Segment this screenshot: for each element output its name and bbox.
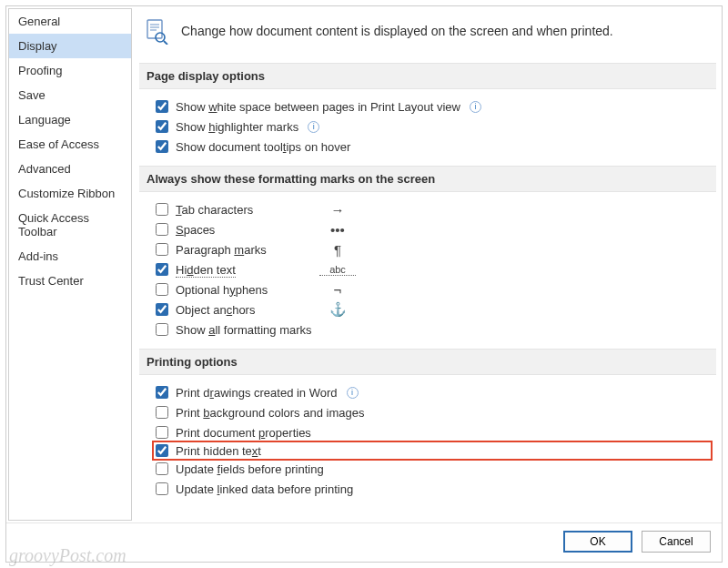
opt-print-hidden-text: Print hidden text: [152, 441, 713, 461]
sidebar-item-quick-access-toolbar[interactable]: Quick Access Toolbar: [9, 206, 131, 244]
opt-print-background: Print background colors and images: [156, 402, 709, 422]
opt-spaces-label: Spaces: [176, 223, 312, 237]
svg-point-4: [156, 33, 165, 42]
ok-button[interactable]: OK: [563, 531, 632, 553]
opt-print-properties-checkbox[interactable]: [156, 426, 168, 439]
content-panel: Change how document content is displayed…: [134, 6, 722, 522]
opt-tab-chars-checkbox[interactable]: [156, 203, 168, 216]
svg-line-5: [164, 41, 167, 45]
opt-tooltips-label: Show document tooltips on hover: [176, 140, 350, 154]
opt-hidden-text: Hidden textabc: [156, 259, 709, 279]
opt-update-fields-label: Update fields before printing: [176, 462, 324, 476]
info-icon[interactable]: i: [470, 101, 481, 113]
opt-update-fields: Update fields before printing: [156, 459, 709, 479]
info-icon[interactable]: i: [347, 387, 359, 399]
sidebar-item-advanced[interactable]: Advanced: [9, 157, 131, 181]
opt-optional-hyphens: Optional hyphens¬: [156, 279, 709, 299]
opt-object-anchors-checkbox[interactable]: [156, 303, 168, 316]
opt-paragraph-marks-checkbox[interactable]: [156, 243, 168, 256]
opt-print-properties-label: Print document properties: [176, 426, 311, 440]
cancel-button[interactable]: Cancel: [642, 531, 711, 553]
opt-show-all-marks: Show all formatting marks: [156, 320, 709, 340]
section-printing-title: Printing options: [139, 349, 716, 375]
opt-white-space-label: Show white space between pages in Print …: [176, 100, 460, 114]
info-icon[interactable]: i: [308, 121, 319, 133]
opt-highlighter: Show highlighter marksi: [156, 117, 709, 137]
sidebar-item-general[interactable]: General: [9, 9, 131, 34]
opt-spaces-checkbox[interactable]: [156, 223, 168, 236]
header-text: Change how document content is displayed…: [181, 24, 613, 38]
opt-tooltips-checkbox[interactable]: [156, 140, 168, 153]
opt-print-background-checkbox[interactable]: [156, 406, 168, 419]
opt-hidden-text-checkbox[interactable]: [156, 263, 168, 276]
sidebar-item-trust-center[interactable]: Trust Center: [9, 269, 131, 293]
opt-highlighter-checkbox[interactable]: [156, 120, 168, 133]
opt-white-space: Show white space between pages in Print …: [156, 96, 709, 117]
sidebar-item-language[interactable]: Language: [9, 107, 131, 132]
sidebar-item-customize-ribbon[interactable]: Customize Ribbon: [9, 181, 131, 206]
opt-paragraph-marks: Paragraph marks¶: [156, 239, 709, 259]
section-formatting-marks-title: Always show these formatting marks on th…: [139, 166, 716, 192]
opt-spaces: Spaces•••: [156, 219, 709, 239]
opt-white-space-checkbox[interactable]: [156, 100, 168, 113]
opt-tab-chars-label: Tab characters: [176, 203, 312, 217]
display-options-icon: [143, 17, 170, 45]
sidebar-item-display[interactable]: Display: [9, 34, 131, 58]
sidebar-item-save[interactable]: Save: [9, 83, 131, 107]
sidebar: GeneralDisplayProofingSaveLanguageEase o…: [8, 8, 132, 521]
opt-print-drawings-checkbox[interactable]: [156, 386, 168, 399]
opt-paragraph-marks-label: Paragraph marks: [176, 243, 312, 257]
opt-show-all-marks-checkbox[interactable]: [156, 323, 168, 336]
opt-update-linked: Update linked data before printing: [156, 479, 709, 499]
opt-show-all-marks-label: Show all formatting marks: [176, 323, 312, 337]
opt-tab-chars-symbol: →: [319, 202, 356, 218]
opt-tooltips: Show document tooltips on hover: [156, 137, 709, 157]
opt-update-linked-label: Update linked data before printing: [176, 482, 353, 496]
opt-optional-hyphens-label: Optional hyphens: [176, 283, 312, 297]
sidebar-item-add-ins[interactable]: Add-ins: [9, 244, 131, 269]
opt-tab-chars: Tab characters→: [156, 199, 709, 219]
opt-object-anchors-label: Object anchors: [176, 303, 312, 317]
opt-hidden-text-symbol: abc: [319, 264, 356, 276]
opt-hidden-text-label: Hidden text: [176, 263, 312, 277]
opt-paragraph-marks-symbol: ¶: [319, 242, 356, 258]
sidebar-item-ease-of-access[interactable]: Ease of Access: [9, 132, 131, 157]
opt-print-hidden-text-label: Print hidden text: [176, 444, 261, 458]
opt-print-drawings: Print drawings created in Wordi: [156, 382, 709, 402]
opt-update-fields-checkbox[interactable]: [156, 462, 168, 475]
opt-print-properties: Print document properties: [156, 422, 709, 442]
opt-optional-hyphens-checkbox[interactable]: [156, 283, 168, 296]
svg-rect-0: [147, 20, 162, 38]
opt-spaces-symbol: •••: [319, 222, 356, 238]
opt-print-hidden-text-checkbox[interactable]: [156, 444, 168, 457]
opt-object-anchors: Object anchors⚓: [156, 299, 709, 320]
section-page-display-title: Page display options: [139, 63, 716, 89]
opt-optional-hyphens-symbol: ¬: [319, 282, 356, 298]
opt-highlighter-label: Show highlighter marks: [176, 120, 298, 134]
opt-object-anchors-symbol: ⚓: [319, 301, 356, 318]
opt-print-drawings-label: Print drawings created in Word: [176, 386, 338, 400]
sidebar-item-proofing[interactable]: Proofing: [9, 58, 131, 83]
opt-print-background-label: Print background colors and images: [176, 406, 364, 420]
opt-update-linked-checkbox[interactable]: [156, 482, 168, 495]
